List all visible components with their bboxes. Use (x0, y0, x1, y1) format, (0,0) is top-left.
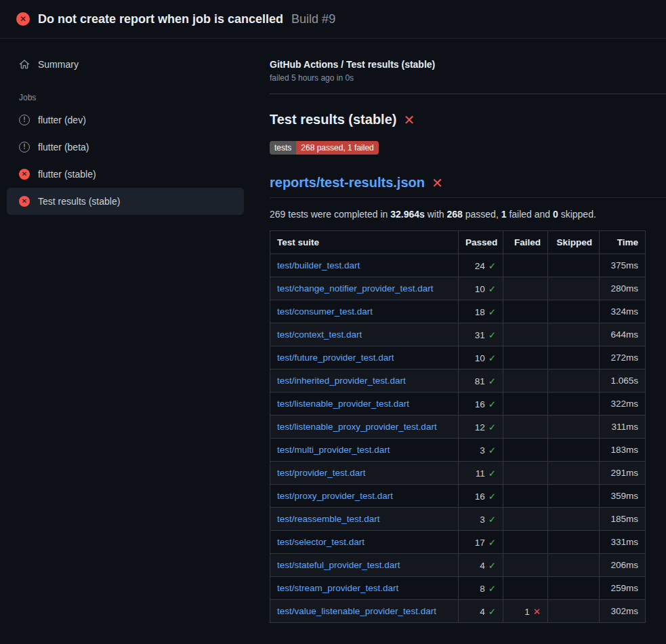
main-content: GitHub Actions / Test results (stable) f… (251, 39, 666, 644)
check-icon: ✓ (488, 307, 496, 317)
column-header-test-suite: Test suite (270, 231, 459, 254)
skipped-cell (548, 439, 600, 462)
table-row: test/stream_provider_test.dart8✓259ms (270, 577, 646, 600)
sidebar-item-flutter-beta[interactable]: ! flutter (beta) (7, 134, 244, 161)
sidebar-item-label: flutter (stable) (38, 169, 96, 180)
check-icon: ✓ (488, 468, 496, 479)
home-icon (19, 59, 30, 70)
passed-cell: 3✓ (459, 439, 503, 462)
test-suite-link[interactable]: test/stream_provider_test.dart (277, 583, 398, 593)
time-cell: 259ms (600, 577, 646, 600)
test-suite-link[interactable]: test/context_test.dart (277, 329, 362, 340)
build-number: Build #9 (291, 12, 335, 26)
skipped-cell (548, 277, 600, 300)
test-suite-link[interactable]: test/listenable_proxy_provider_test.dart (277, 422, 437, 432)
skipped-cell (548, 508, 600, 531)
test-suite-link[interactable]: test/inherited_provider_test.dart (277, 376, 406, 386)
skipped-cell (548, 531, 600, 554)
sidebar-item-test-results-stable[interactable]: ✕ Test results (stable) (7, 188, 244, 215)
check-icon: ✓ (488, 445, 496, 456)
passed-cell: 81✓ (459, 369, 503, 393)
check-icon: ✓ (488, 584, 496, 594)
skipped-cell (548, 600, 600, 623)
test-suite-link[interactable]: test/consumer_test.dart (277, 306, 373, 317)
jobs-section-label: Jobs (0, 93, 251, 102)
skipped-cell (548, 577, 600, 600)
failed-cell (503, 369, 548, 393)
time-cell: 324ms (600, 300, 646, 323)
skipped-cell (548, 393, 600, 416)
time-cell: 644ms (600, 323, 646, 346)
column-header-passed: Passed (459, 231, 503, 254)
failed-cell (503, 346, 548, 369)
table-row: test/listenable_proxy_provider_test.dart… (270, 416, 646, 439)
summary-text: 269 tests were completed in 32.964s with… (270, 209, 666, 220)
passed-cell: 8✓ (459, 577, 503, 600)
table-row: test/selector_test.dart17✓331ms (270, 531, 646, 554)
table-row: test/multi_provider_test.dart3✓183ms (270, 439, 646, 462)
section-title: Test results (stable) (270, 112, 396, 127)
section-divider (270, 94, 666, 94)
passed-cell: 10✓ (459, 346, 503, 369)
sidebar-item-summary[interactable]: Summary (7, 51, 244, 78)
exclamation-circle-icon: ! (19, 115, 30, 125)
failed-cell (503, 416, 548, 439)
passed-cell: 16✓ (459, 393, 503, 416)
table-row: test/consumer_test.dart18✓324ms (270, 300, 646, 323)
failed-cell (503, 277, 548, 300)
time-cell: 359ms (600, 485, 646, 508)
time-cell: 311ms (600, 416, 646, 439)
sidebar-item-flutter-dev[interactable]: ! flutter (dev) (7, 106, 244, 134)
test-suite-link[interactable]: test/reassemble_test.dart (277, 514, 380, 524)
test-suite-link[interactable]: test/multi_provider_test.dart (277, 445, 390, 455)
failed-cell (503, 439, 548, 462)
skipped-cell (548, 369, 600, 393)
check-icon: ✓ (488, 330, 496, 340)
passed-cell: 4✓ (459, 600, 503, 623)
time-cell: 331ms (600, 531, 646, 554)
passed-cell: 18✓ (459, 300, 503, 323)
table-row: test/context_test.dart31✓644ms (270, 323, 646, 346)
test-suite-link[interactable]: test/provider_test.dart (277, 468, 366, 478)
test-suite-link[interactable]: test/value_listenable_provider_test.dart (277, 606, 436, 616)
failed-cell (503, 300, 548, 323)
test-suite-link[interactable]: test/selector_test.dart (277, 537, 365, 547)
test-suite-link[interactable]: test/stateful_provider_test.dart (277, 560, 400, 570)
page-title: Do not create report when job is cancell… (38, 12, 283, 26)
table-header-row: Test suite Passed Failed Skipped Time (270, 231, 646, 254)
table-row: test/provider_test.dart11✓291ms (270, 462, 646, 485)
failed-cell (503, 462, 548, 485)
test-suite-link[interactable]: test/proxy_provider_test.dart (277, 491, 393, 501)
test-suite-link[interactable]: test/change_notifier_provider_test.dart (277, 283, 433, 294)
failed-cell (503, 577, 548, 600)
test-suite-link[interactable]: test/listenable_provider_test.dart (277, 399, 409, 409)
passed-cell: 12✓ (459, 416, 503, 439)
check-icon: ✓ (488, 515, 496, 525)
check-icon: ✓ (488, 399, 496, 409)
test-suite-link[interactable]: test/future_provider_test.dart (277, 353, 394, 363)
column-header-skipped: Skipped (548, 231, 600, 254)
exclamation-circle-icon: ! (19, 142, 30, 153)
table-row: test/reassemble_test.dart3✓185ms (270, 508, 646, 531)
time-cell: 322ms (600, 393, 646, 416)
table-row: test/listenable_provider_test.dart16✓322… (270, 393, 646, 416)
report-file-link[interactable]: reports/test-results.json (270, 175, 425, 190)
check-icon: ✓ (488, 261, 496, 271)
table-row: test/stateful_provider_test.dart4✓206ms (270, 554, 646, 577)
passed-cell: 17✓ (459, 531, 503, 554)
skipped-cell (548, 554, 600, 577)
breadcrumb: GitHub Actions / Test results (stable) (270, 59, 666, 70)
check-icon: ✓ (488, 284, 496, 294)
sidebar-item-label: Summary (38, 59, 79, 70)
failed-cell (503, 554, 548, 577)
x-icon: ✕ (533, 607, 541, 617)
sidebar-item-flutter-stable[interactable]: ✕ flutter (stable) (7, 161, 244, 188)
failed-cell: 1✕ (503, 600, 548, 623)
skipped-cell (548, 300, 600, 323)
check-icon: ✓ (488, 422, 496, 432)
tests-badge: tests 268 passed, 1 failed (270, 141, 379, 155)
test-suite-link[interactable]: test/builder_test.dart (277, 260, 360, 270)
sidebar-item-label: flutter (beta) (38, 142, 89, 153)
results-table-body: test/builder_test.dart24✓375mstest/chang… (270, 254, 646, 623)
failed-cell (503, 393, 548, 416)
